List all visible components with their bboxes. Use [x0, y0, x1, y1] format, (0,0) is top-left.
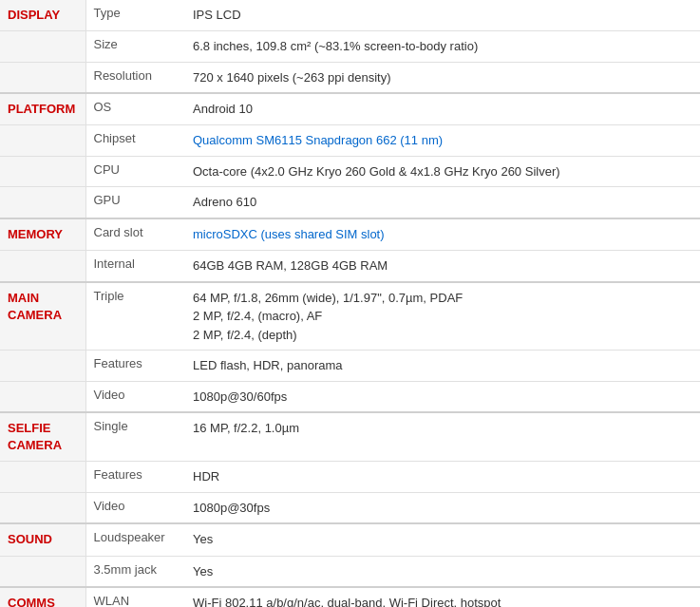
value-text: 1080p@30fps: [193, 501, 270, 515]
value-text: HDR: [193, 469, 219, 484]
value-text: 720 x 1640 pixels (~263 ppi density): [193, 70, 391, 85]
table-row: PLATFORMOSAndroid 10: [0, 93, 700, 125]
table-row: FeaturesLED flash, HDR, panorama: [0, 351, 700, 382]
row-value: HDR: [185, 462, 700, 493]
row-label: Single: [85, 412, 185, 462]
row-value: 720 x 1640 pixels (~263 ppi density): [185, 62, 700, 93]
section-label-sound: SOUND: [0, 523, 85, 556]
value-text: 2 MP, f/2.4, (macro), AF: [193, 309, 322, 323]
value-text: 64 MP, f/1.8, 26mm (wide), 1/1.97", 0.7µ…: [193, 291, 463, 305]
row-label: WLAN: [85, 587, 185, 607]
row-label: 3.5mm jack: [85, 556, 185, 587]
row-label: Internal: [85, 251, 185, 282]
row-label: Triple: [85, 282, 185, 351]
row-label: Video: [85, 492, 185, 523]
section-label-main-camera: MAIN CAMERA: [0, 282, 85, 351]
table-row: SELFIE CAMERASingle16 MP, f/2.2, 1.0µm: [0, 412, 700, 462]
row-value: IPS LCD: [185, 0, 700, 31]
section-label-platform: [0, 187, 85, 218]
value-text: IPS LCD: [193, 8, 241, 22]
value-text: 2 MP, f/2.4, (depth): [193, 328, 297, 342]
row-value: 64 MP, f/1.8, 26mm (wide), 1/1.97", 0.7µ…: [185, 282, 700, 351]
table-row: Resolution720 x 1640 pixels (~263 ppi de…: [0, 62, 700, 93]
value-text: Qualcomm SM6115 Snapdragon 662 (11 nm): [193, 133, 443, 147]
table-row: SOUNDLoudspeakerYes: [0, 523, 700, 556]
row-label: CPU: [85, 156, 185, 187]
value-text: Yes: [193, 564, 213, 579]
row-value: Yes: [185, 523, 700, 556]
row-label: Features: [85, 351, 185, 382]
table-row: Video1080p@30fps: [0, 492, 700, 523]
section-label-display: [0, 31, 85, 63]
section-label-display: [0, 62, 85, 93]
section-label-platform: [0, 156, 85, 187]
table-row: GPUAdreno 610: [0, 187, 700, 218]
row-value: 1080p@30/60fps: [185, 381, 700, 412]
row-value: Adreno 610: [185, 187, 700, 218]
section-label-sound: [0, 556, 85, 587]
section-label-selfie-camera: [0, 492, 85, 523]
table-row: Internal64GB 4GB RAM, 128GB 4GB RAM: [0, 251, 700, 282]
table-row: Video1080p@30/60fps: [0, 381, 700, 412]
section-label-selfie-camera: [0, 462, 85, 493]
table-row: DISPLAYTypeIPS LCD: [0, 0, 700, 31]
table-row: Size6.8 inches, 109.8 cm² (~83.1% screen…: [0, 31, 700, 63]
row-label: GPU: [85, 187, 185, 218]
row-label: Type: [85, 0, 185, 31]
section-label-main-camera: [0, 381, 85, 412]
section-label-display: DISPLAY: [0, 0, 85, 31]
row-value: 6.8 inches, 109.8 cm² (~83.1% screen-to-…: [185, 31, 700, 63]
table-row: ChipsetQualcomm SM6115 Snapdragon 662 (1…: [0, 125, 700, 157]
section-label-comms: COMMS: [0, 587, 85, 607]
table-row: COMMSWLANWi-Fi 802.11 a/b/g/n/ac, dual-b…: [0, 587, 700, 607]
row-value: LED flash, HDR, panorama: [185, 351, 700, 382]
section-label-main-camera: [0, 351, 85, 382]
row-label: OS: [85, 93, 185, 125]
value-text: 64GB 4GB RAM, 128GB 4GB RAM: [193, 258, 388, 273]
row-value: 1080p@30fps: [185, 492, 700, 523]
table-row: MEMORYCard slotmicroSDXC (uses shared SI…: [0, 218, 700, 251]
row-label: Features: [85, 462, 185, 493]
value-text: 1080p@30/60fps: [193, 389, 287, 404]
value-text: microSDXC (uses shared SIM slot): [193, 227, 385, 241]
section-label-memory: [0, 251, 85, 282]
row-value: 16 MP, f/2.2, 1.0µm: [185, 412, 700, 462]
table-row: CPUOcta-core (4x2.0 GHz Kryo 260 Gold & …: [0, 156, 700, 187]
row-label: Loudspeaker: [85, 523, 185, 556]
row-value: Android 10: [185, 93, 700, 125]
table-row: MAIN CAMERATriple64 MP, f/1.8, 26mm (wid…: [0, 282, 700, 351]
section-label-memory: MEMORY: [0, 218, 85, 251]
table-row: 3.5mm jackYes: [0, 556, 700, 587]
value-text: 6.8 inches, 109.8 cm² (~83.1% screen-to-…: [193, 39, 478, 53]
row-label: Size: [85, 31, 185, 63]
section-label-platform: [0, 125, 85, 157]
value-text: Octa-core (4x2.0 GHz Kryo 260 Gold & 4x1…: [193, 164, 560, 179]
value-text: 16 MP, f/2.2, 1.0µm: [193, 421, 299, 435]
value-text: Yes: [193, 532, 213, 546]
table-row: FeaturesHDR: [0, 462, 700, 493]
row-value: Wi-Fi 802.11 a/b/g/n/ac, dual-band, Wi-F…: [185, 587, 700, 607]
row-value: microSDXC (uses shared SIM slot): [185, 218, 700, 251]
value-text: LED flash, HDR, panorama: [193, 358, 343, 372]
row-value: Octa-core (4x2.0 GHz Kryo 260 Gold & 4x1…: [185, 156, 700, 187]
spec-table: DISPLAYTypeIPS LCDSize6.8 inches, 109.8 …: [0, 0, 700, 607]
value-text: Android 10: [193, 102, 253, 116]
row-label: Chipset: [85, 125, 185, 157]
section-label-selfie-camera: SELFIE CAMERA: [0, 412, 85, 462]
section-label-platform: PLATFORM: [0, 93, 85, 125]
row-label: Card slot: [85, 218, 185, 251]
row-label: Video: [85, 381, 185, 412]
row-value: Yes: [185, 556, 700, 587]
row-label: Resolution: [85, 62, 185, 93]
value-text: Adreno 610: [193, 195, 256, 209]
row-value: 64GB 4GB RAM, 128GB 4GB RAM: [185, 251, 700, 282]
row-value: Qualcomm SM6115 Snapdragon 662 (11 nm): [185, 125, 700, 157]
value-text: Wi-Fi 802.11 a/b/g/n/ac, dual-band, Wi-F…: [193, 596, 501, 607]
